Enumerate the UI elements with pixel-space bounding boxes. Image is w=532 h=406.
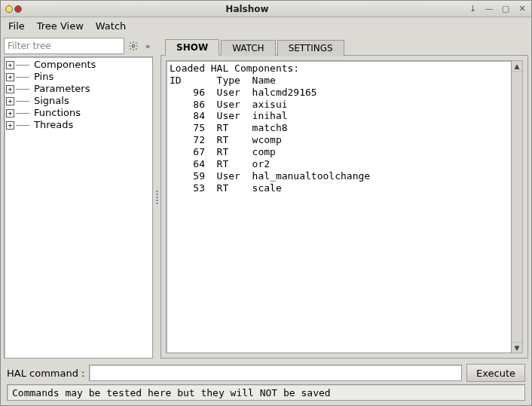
main-content: » + Components + Pins + Parameters [1, 34, 531, 362]
titlebar: Halshow ⤓ — ▢ ✕ [1, 1, 531, 17]
pane-splitter[interactable] [154, 37, 159, 359]
tree-item-functions[interactable]: + Functions [6, 107, 151, 119]
restore-down-icon[interactable]: ⤓ [466, 4, 478, 14]
close-icon[interactable]: ✕ [516, 4, 528, 14]
tab-show[interactable]: SHOW [165, 39, 219, 56]
expand-icon[interactable]: + [6, 85, 14, 93]
menu-tree-view[interactable]: Tree View [31, 19, 90, 33]
minimize-dot-icon[interactable] [5, 5, 13, 13]
tree-view[interactable]: + Components + Pins + Parameters + [4, 56, 153, 359]
status-bar: Commands may be tested here but they wil… [7, 384, 525, 401]
tree-label: Functions [34, 107, 81, 119]
tree-label: Signals [34, 95, 69, 107]
menu-file[interactable]: File [2, 19, 31, 33]
tree-label: Pins [34, 71, 54, 83]
hal-command-row: HAL command : Execute [1, 362, 531, 384]
tabstrip: SHOW WATCH SETTINGS [161, 37, 528, 55]
svg-point-0 [132, 44, 135, 47]
filter-row: » [4, 37, 153, 55]
expand-icon[interactable]: + [6, 109, 14, 118]
show-output[interactable]: Loaded HAL Components: ID Type Name PID … [166, 60, 512, 353]
scroll-track[interactable] [512, 72, 522, 342]
window-traffic-lights [5, 5, 22, 13]
right-pane: SHOW WATCH SETTINGS Loaded HAL Component… [161, 37, 528, 359]
gear-icon[interactable] [126, 38, 141, 53]
tree-branch-icon [16, 65, 29, 66]
expand-icon[interactable]: + [6, 121, 14, 130]
execute-button[interactable]: Execute [466, 364, 525, 382]
left-pane: » + Components + Pins + Parameters [4, 37, 153, 359]
splitter-grip-icon [156, 191, 158, 206]
window-title: Halshow [28, 4, 466, 14]
minimize-icon[interactable]: — [483, 4, 495, 14]
tab-panel: Loaded HAL Components: ID Type Name PID … [161, 55, 528, 359]
expand-icon[interactable]: + [6, 61, 14, 69]
tree-item-signals[interactable]: + Signals [6, 95, 151, 107]
tab-settings[interactable]: SETTINGS [277, 40, 344, 56]
expand-icon[interactable]: + [6, 97, 14, 105]
tree-label: Parameters [34, 83, 90, 95]
tree-branch-icon [16, 77, 29, 78]
tree-label: Threads [34, 119, 73, 131]
scroll-up-icon[interactable]: ▲ [512, 61, 522, 72]
scroll-down-icon[interactable]: ▼ [512, 342, 522, 353]
menu-watch[interactable]: Watch [90, 19, 132, 33]
tree-branch-icon [16, 113, 29, 114]
maximize-icon[interactable]: ▢ [500, 4, 512, 14]
tree-item-pins[interactable]: + Pins [6, 71, 151, 83]
tree-item-components[interactable]: + Components [6, 59, 151, 71]
menubar: File Tree View Watch [1, 17, 531, 34]
expand-icon[interactable]: + [6, 73, 14, 81]
window-buttons: ⤓ — ▢ ✕ [466, 4, 528, 14]
close-dot-icon[interactable] [14, 5, 22, 13]
vertical-scrollbar[interactable]: ▲ ▼ [512, 60, 523, 353]
tree-label: Components [34, 59, 96, 71]
app-window: Halshow ⤓ — ▢ ✕ File Tree View Watch » [0, 0, 532, 406]
tree-item-parameters[interactable]: + Parameters [6, 83, 151, 95]
tree-branch-icon [16, 125, 29, 126]
tab-watch[interactable]: WATCH [221, 40, 276, 56]
filter-tree-input[interactable] [4, 38, 124, 54]
hal-command-label: HAL command : [7, 368, 84, 379]
tree-item-threads[interactable]: + Threads [6, 119, 151, 131]
hal-command-input[interactable] [89, 365, 462, 381]
tree-branch-icon [16, 101, 29, 102]
tree-branch-icon [16, 89, 29, 90]
expand-right-icon[interactable]: » [142, 38, 153, 53]
